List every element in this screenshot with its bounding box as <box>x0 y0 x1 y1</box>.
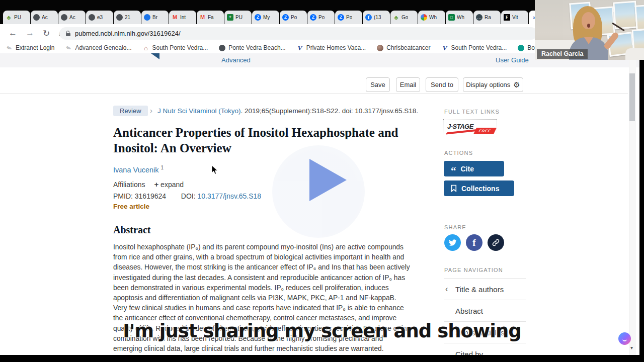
bookmark-label: South Ponte Vedra... <box>152 44 208 51</box>
bookmark-favicon-icon <box>518 45 524 51</box>
bookmark-item[interactable]: Chrisbeatcancer <box>377 44 430 51</box>
browser-tab[interactable]: f (13 <box>363 11 390 24</box>
jstage-full-text-button[interactable]: J-STAGE FREE <box>443 119 497 136</box>
bookmark-label: Extranet Login <box>16 44 54 51</box>
browser-tab[interactable]: ♣ Go <box>390 11 418 24</box>
tab-favicon-icon: Z <box>282 14 289 21</box>
search-button-fragment <box>151 53 159 59</box>
browser-tab[interactable]: + PU <box>224 11 252 24</box>
tab-label: Wh <box>457 15 464 20</box>
collections-button[interactable]: Collections <box>444 180 514 196</box>
doi-link[interactable]: 10.3177/jnsv.65.S18 <box>198 192 262 200</box>
browser-tab[interactable]: 21 <box>114 11 141 24</box>
right-letterbox <box>639 60 644 362</box>
browser-tab[interactable]: Z My <box>252 11 279 24</box>
abstract-heading: Abstract <box>113 224 150 236</box>
tab-label: Ac <box>42 15 48 20</box>
bookmark-item[interactable]: Ponte Vedra Beach... <box>219 44 285 51</box>
back-icon[interactable]: ← <box>9 28 17 38</box>
permalink-share-button[interactable] <box>488 234 504 251</box>
browser-tab[interactable]: Ac <box>31 11 58 24</box>
video-play-button[interactable] <box>272 145 365 238</box>
tab-label: Po <box>318 15 325 20</box>
bottom-letterbox <box>0 355 644 362</box>
user-guide-link[interactable]: User Guide <box>496 56 529 64</box>
tab-favicon-icon: … <box>476 14 482 21</box>
bookmark-favicon-icon: V <box>297 45 303 51</box>
browser-tab[interactable]: e3 <box>86 11 113 24</box>
browser-tab[interactable]: Z Po <box>335 11 362 24</box>
bookmark-item[interactable]: ⌂ South Ponte Vedra... <box>142 44 208 51</box>
tab-label: Po <box>346 15 352 20</box>
expand-link[interactable]: expand <box>160 180 184 189</box>
page-navigation-label: PAGE NAVIGATION <box>444 267 503 273</box>
tab-label: Vit <box>512 15 518 20</box>
facebook-share-button[interactable]: f <box>466 234 482 251</box>
page-navigation-item-label: Abstract <box>455 307 483 315</box>
article-title: Anticancer Properties of Inositol Hexaph… <box>113 125 415 156</box>
bookmark-favicon-icon: V <box>442 45 448 51</box>
author-link[interactable]: Ivana Vucenik 1 <box>113 165 164 174</box>
bookmark-label: Private Homes Vaca... <box>306 44 366 51</box>
browser-tab[interactable]: Wh <box>418 11 445 24</box>
link-icon <box>492 238 500 247</box>
affiliations-label: Affiliations <box>113 180 145 189</box>
ssl-lock-icon[interactable] <box>65 30 71 37</box>
screen: ♣ PU Ac Ac e3 21 Br <box>0 0 644 362</box>
page-navigation-item[interactable]: ‹ Title & authors <box>444 278 526 300</box>
tab-label: Fa <box>208 15 214 20</box>
reload-icon[interactable]: ↻ <box>43 28 50 39</box>
page-navigation-item-label: Title & authors <box>455 285 504 294</box>
browser-tab[interactable]: Ac <box>58 11 86 24</box>
tab-favicon-icon: Z <box>310 14 316 21</box>
browser-tab[interactable]: M Fa <box>197 11 224 24</box>
journal-link[interactable]: J Nutr Sci Vitaminol (Tokyo) <box>157 107 241 115</box>
bookmark-label: Chrisbeatcancer <box>386 44 430 51</box>
email-button[interactable]: Email <box>396 77 420 92</box>
bookmark-favicon-icon: ✎ <box>65 44 73 52</box>
browser-tab[interactable]: ♣ PU <box>3 11 30 24</box>
breadcrumb-chevron-icon: › <box>150 106 152 115</box>
actions-label: ACTIONS <box>444 150 473 156</box>
advanced-search-link[interactable]: Advanced <box>221 56 251 64</box>
scrollbar-down-arrow[interactable]: ▾ <box>630 345 633 350</box>
display-options-button[interactable]: Display options ⚙ <box>463 77 523 92</box>
bookmark-item[interactable]: V Private Homes Vaca... <box>297 44 366 51</box>
tab-favicon-icon: ♣ <box>6 14 12 21</box>
pmid-label: PMID: <box>113 192 133 200</box>
tab-label: Wh <box>429 15 437 20</box>
browser-tab[interactable]: □ Wh <box>446 11 473 24</box>
webcam-overlay: Rachel Garcia <box>535 0 644 60</box>
tab-label: Go <box>401 15 408 20</box>
browser-tab[interactable]: … Ra <box>473 11 501 24</box>
bookmark-icon <box>451 185 457 192</box>
tab-label: (13 <box>374 15 381 20</box>
sofa <box>625 48 644 60</box>
twitter-share-button[interactable] <box>444 234 461 251</box>
address-bar[interactable]: pubmed.ncbi.nlm.nih.gov/31619624/ <box>59 27 537 40</box>
browser-tab[interactable]: M Int <box>169 11 196 24</box>
browser-tab[interactable]: Z Po <box>280 11 307 24</box>
affiliations-row: Affiliations + expand <box>113 180 184 189</box>
publication-type-badge[interactable]: Review <box>113 106 148 116</box>
bookmark-item[interactable]: ✎ Advanced Genealo... <box>65 44 131 51</box>
page-navigation-item[interactable]: Abstract <box>444 300 526 321</box>
browser-tab[interactable]: Z Po <box>307 11 335 24</box>
cite-button[interactable]: “ Cite <box>444 161 504 176</box>
webcam-name-tag: Rachel Garcia <box>537 49 588 59</box>
person-neckline <box>584 37 593 44</box>
bookmark-item[interactable]: V South Ponte Vedra... <box>442 44 507 51</box>
tab-favicon-icon: □ <box>448 14 455 21</box>
bookmark-label: South Ponte Vedra... <box>451 44 507 51</box>
browser-tab[interactable]: F Vit <box>501 11 528 24</box>
forward-icon[interactable]: → <box>26 28 34 38</box>
save-button[interactable]: Save <box>366 77 390 92</box>
browser-tab[interactable]: Br <box>141 11 169 24</box>
tab-favicon-icon <box>89 14 95 21</box>
tab-label: Int <box>180 15 186 20</box>
bookmark-item[interactable]: ✎ Extranet Login <box>6 44 54 51</box>
expand-plus-icon[interactable]: + <box>154 180 158 189</box>
scrollbar-thumb[interactable] <box>629 73 635 121</box>
send-to-button[interactable]: Send to <box>426 77 458 92</box>
tab-label: e3 <box>97 15 103 20</box>
